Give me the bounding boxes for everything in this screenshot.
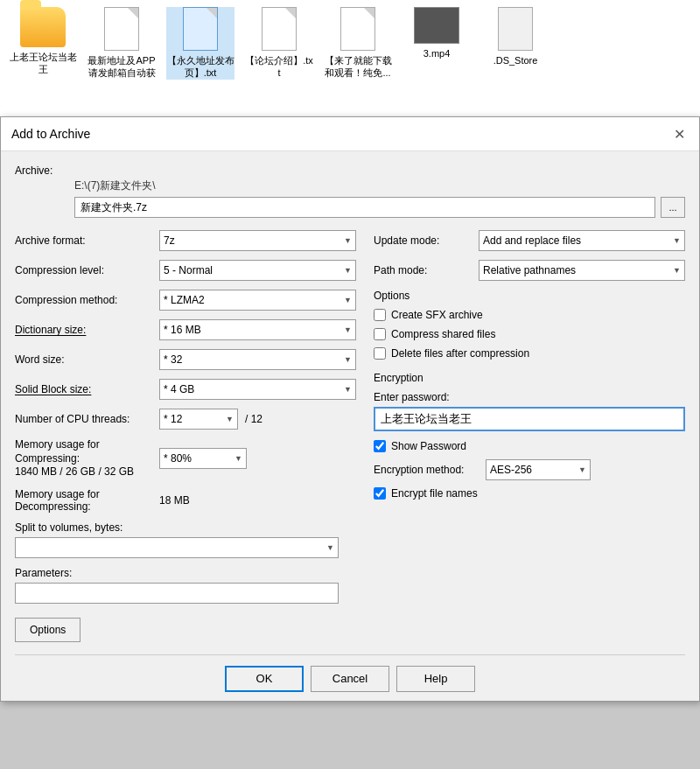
- dictionary-size-select-wrapper: * 16 MB: [159, 319, 356, 340]
- compress-shared-label: Compress shared files: [391, 328, 495, 340]
- encryption-method-select-wrapper: AES-256: [486, 459, 591, 480]
- compression-method-label: Compression method:: [15, 294, 159, 306]
- file-item-dsstore[interactable]: .DS_Store: [481, 7, 550, 66]
- archive-input-row: ...: [74, 197, 685, 218]
- dictionary-size-select[interactable]: * 16 MB: [159, 319, 356, 340]
- doc-icon: [104, 7, 139, 51]
- dsstore-icon: [498, 7, 533, 51]
- path-mode-label: Path mode:: [374, 264, 479, 276]
- enter-password-label: Enter password:: [374, 391, 685, 403]
- doc-icon: [262, 7, 297, 51]
- file-label: 最新地址及APP请发邮箱自动获: [88, 54, 156, 80]
- split-volumes-select[interactable]: [15, 537, 339, 558]
- update-mode-label: Update mode:: [374, 234, 479, 247]
- folder-icon: [20, 7, 66, 47]
- encryption-section: Encryption Enter password: Show Password…: [374, 372, 685, 500]
- two-column-layout: Archive format: 7z Compression level: 5 …: [15, 230, 685, 642]
- compress-shared-checkbox[interactable]: [374, 328, 386, 340]
- parameters-input[interactable]: [15, 583, 339, 604]
- update-mode-select-wrapper: Add and replace files: [479, 230, 685, 251]
- cpu-threads-select-wrapper: * 12: [159, 409, 238, 430]
- create-sfx-label: Create SFX archive: [391, 309, 483, 321]
- encrypt-names-label: Encrypt file names: [391, 487, 478, 500]
- show-password-row: Show Password: [374, 440, 685, 452]
- archive-format-select-wrapper: 7z: [159, 230, 356, 251]
- password-input[interactable]: [374, 407, 685, 431]
- word-size-label: Word size:: [15, 353, 159, 366]
- compression-method-select[interactable]: * LZMA2: [159, 290, 356, 311]
- file-item-doc3[interactable]: 【论坛介绍】.txt: [245, 7, 313, 80]
- cancel-button[interactable]: Cancel: [311, 666, 389, 692]
- show-password-checkbox[interactable]: [374, 440, 386, 452]
- split-volumes-select-wrapper: [15, 537, 339, 558]
- compress-shared-row: Compress shared files: [374, 328, 685, 340]
- mem-compress-label: Memory usage for Compressing:1840 MB / 2…: [15, 438, 159, 479]
- word-size-select[interactable]: * 32: [159, 349, 356, 370]
- file-label: .DS_Store: [494, 54, 538, 66]
- video-icon: [414, 7, 459, 44]
- dictionary-size-row: Dictionary size: * 16 MB: [15, 319, 356, 340]
- solid-block-label: Solid Block size:: [15, 383, 159, 395]
- compression-level-select-wrapper: 5 - Normal: [159, 260, 356, 281]
- archive-path-display: E:\(7)新建文件夹\: [74, 178, 685, 193]
- file-item-doc4[interactable]: 【来了就能下载和观看！纯免...: [324, 7, 392, 80]
- create-sfx-checkbox[interactable]: [374, 309, 386, 321]
- create-sfx-row: Create SFX archive: [374, 309, 685, 321]
- mem-decomp-row: Memory usage for Decompressing: 18 MB: [15, 488, 356, 513]
- right-column: Update mode: Add and replace files Path …: [374, 230, 685, 642]
- split-volumes-row: Split to volumes, bytes:: [15, 521, 356, 558]
- compression-level-label: Compression level:: [15, 264, 159, 276]
- left-column: Archive format: 7z Compression level: 5 …: [15, 230, 356, 642]
- delete-files-checkbox[interactable]: [374, 347, 386, 360]
- parameters-row: Parameters:: [15, 567, 356, 604]
- update-mode-row: Update mode: Add and replace files: [374, 230, 685, 251]
- encryption-title: Encryption: [374, 372, 685, 384]
- archive-file-input[interactable]: [74, 197, 655, 218]
- archive-format-select[interactable]: 7z: [159, 230, 356, 251]
- solid-block-select[interactable]: * 4 GB: [159, 379, 356, 400]
- compression-level-select[interactable]: 5 - Normal: [159, 260, 356, 281]
- path-mode-select[interactable]: Relative pathnames: [479, 260, 685, 281]
- archive-label: Archive:: [15, 164, 52, 177]
- file-label: 【论坛介绍】.txt: [245, 54, 313, 80]
- delete-files-label: Delete files after compression: [391, 347, 529, 360]
- cpu-threads-max: / 12: [245, 413, 262, 425]
- cpu-threads-select[interactable]: * 12: [159, 409, 238, 430]
- mem-compress-row: Memory usage for Compressing:1840 MB / 2…: [15, 438, 356, 479]
- compression-method-select-wrapper: * LZMA2: [159, 290, 356, 311]
- file-item-doc2[interactable]: 【永久地址发布页】.txt: [166, 7, 234, 80]
- mem-compress-select-wrapper: * 80%: [159, 448, 247, 469]
- file-item-doc1[interactable]: 最新地址及APP请发邮箱自动获: [88, 7, 156, 80]
- browse-button[interactable]: ...: [661, 197, 685, 218]
- close-button[interactable]: ✕: [669, 124, 689, 143]
- options-button[interactable]: Options: [15, 618, 80, 642]
- path-mode-row: Path mode: Relative pathnames: [374, 260, 685, 281]
- encrypt-names-checkbox[interactable]: [374, 487, 386, 500]
- options-section-title: Options: [374, 290, 685, 302]
- file-item-video[interactable]: 3.mp4: [402, 7, 471, 59]
- file-label: 【来了就能下载和观看！纯免...: [324, 54, 392, 80]
- split-volumes-label: Split to volumes, bytes:: [15, 521, 356, 534]
- encryption-method-row: Encryption method: AES-256: [374, 459, 685, 480]
- cpu-threads-label: Number of CPU threads:: [15, 413, 159, 425]
- add-to-archive-dialog: Add to Archive ✕ Archive: E:\(7)新建文件夹\ .…: [0, 116, 700, 702]
- delete-files-row: Delete files after compression: [374, 347, 685, 360]
- solid-block-select-wrapper: * 4 GB: [159, 379, 356, 400]
- file-label: 3.mp4: [424, 47, 451, 59]
- doc-icon: [183, 7, 218, 51]
- parameters-label: Parameters:: [15, 567, 356, 579]
- encryption-method-select[interactable]: AES-256: [486, 459, 591, 480]
- help-button[interactable]: Help: [396, 666, 475, 692]
- doc-icon: [340, 7, 375, 51]
- update-mode-select[interactable]: Add and replace files: [479, 230, 685, 251]
- word-size-select-wrapper: * 32: [159, 349, 356, 370]
- archive-format-label: Archive format:: [15, 234, 159, 247]
- archive-format-row: Archive format: 7z: [15, 230, 356, 251]
- ok-button[interactable]: OK: [225, 666, 304, 692]
- file-item-folder[interactable]: 上老王论坛当老王: [9, 7, 77, 76]
- encrypt-names-row: Encrypt file names: [374, 487, 685, 500]
- dialog-title: Add to Archive: [11, 127, 90, 141]
- compression-method-row: Compression method: * LZMA2: [15, 290, 356, 311]
- mem-decomp-label: Memory usage for Decompressing:: [15, 488, 159, 513]
- mem-compress-select[interactable]: * 80%: [159, 448, 247, 469]
